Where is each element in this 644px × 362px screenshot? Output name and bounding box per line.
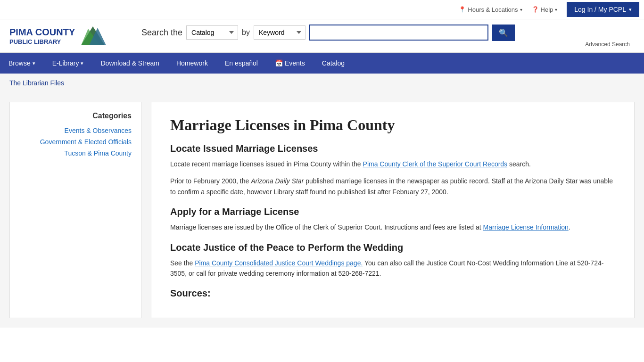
login-label: Log In / My PCPL bbox=[574, 6, 626, 13]
help-label: Help bbox=[541, 6, 553, 13]
superior-court-records-link[interactable]: Pima County Clerk of the Superior Court … bbox=[363, 160, 508, 168]
browse-chevron-icon: ▾ bbox=[33, 60, 35, 66]
section1-para2: Prior to February 2000, the Arizona Dail… bbox=[170, 176, 615, 197]
nav-download-stream[interactable]: Download & Stream bbox=[92, 53, 168, 74]
sidebar-item-events-observances[interactable]: Events & Observances bbox=[19, 127, 132, 134]
sidebar-item-tucson-label: Tucson & Pima County bbox=[64, 149, 132, 157]
hours-locations-link[interactable]: 📍 Hours & Locations ▾ bbox=[459, 6, 522, 13]
header: PIMA COUNTY PUBLIC LIBRARY Search the Ca… bbox=[0, 19, 644, 53]
section3-heading: Locate Justice of the Peace to Perform t… bbox=[170, 242, 615, 253]
article: Marriage Licenses in Pima County Locate … bbox=[151, 102, 635, 318]
hours-locations-label: Hours & Locations bbox=[468, 6, 518, 13]
nav-homework-label: Homework bbox=[176, 59, 208, 67]
section4-heading: Sources: bbox=[170, 288, 615, 299]
nav-elibrary[interactable]: E-Library ▾ bbox=[44, 53, 92, 74]
help-chevron-icon: ▾ bbox=[555, 7, 557, 12]
nav-download-stream-label: Download & Stream bbox=[100, 59, 159, 67]
section3-para1: See the Pima County Consolidated Justice… bbox=[170, 258, 615, 279]
search-input[interactable] bbox=[309, 25, 488, 41]
by-label: by bbox=[242, 28, 250, 37]
nav-espanol-label: En español bbox=[225, 59, 258, 67]
section1-para1-after: search. bbox=[507, 160, 531, 168]
breadcrumb-link[interactable]: The Librarian Files bbox=[9, 79, 64, 87]
article-title: Marriage Licenses in Pima County bbox=[170, 116, 615, 134]
section2-para1-after: . bbox=[569, 223, 570, 231]
login-button[interactable]: Log In / My PCPL ▾ bbox=[567, 2, 639, 17]
calendar-icon: 📅 bbox=[275, 59, 283, 67]
nav-elibrary-label: E-Library bbox=[52, 59, 79, 67]
advanced-search-area: Advanced Search bbox=[141, 41, 635, 48]
sidebar-item-government[interactable]: Government & Elected Officials bbox=[19, 138, 132, 146]
section2-heading: Apply for a Marriage License bbox=[170, 206, 615, 217]
nav-catalog[interactable]: Catalog bbox=[314, 53, 353, 74]
section3-para1-before: See the bbox=[170, 259, 195, 267]
search-the-label: Search the bbox=[141, 28, 182, 38]
nav-events[interactable]: 📅 Events bbox=[266, 53, 314, 74]
advanced-search-link[interactable]: Advanced Search bbox=[585, 41, 630, 48]
login-chevron-icon: ▾ bbox=[629, 7, 632, 13]
arizona-daily-star-italic: Arizona Daily Star bbox=[251, 177, 304, 185]
nav-catalog-label: Catalog bbox=[322, 59, 345, 67]
logo-text-area: PIMA COUNTY PUBLIC LIBRARY bbox=[9, 26, 75, 46]
sidebar-item-government-label: Government & Elected Officials bbox=[40, 138, 132, 146]
catalog-select[interactable]: Catalog E-Library Website bbox=[186, 25, 238, 40]
search-button[interactable]: 🔍 bbox=[492, 25, 515, 41]
section1-para2-before: Prior to February 2000, the bbox=[170, 177, 251, 185]
logo-line1: PIMA COUNTY bbox=[9, 26, 75, 38]
sidebar: Categories Events & Observances Governme… bbox=[9, 102, 141, 318]
search-row: Search the Catalog E-Library Website by … bbox=[141, 25, 635, 41]
nav-events-label: Events bbox=[285, 59, 305, 67]
top-bar: 📍 Hours & Locations ▾ ❓ Help ▾ Log In / … bbox=[0, 0, 644, 19]
library-logo-icon bbox=[79, 24, 107, 48]
elibrary-chevron-icon: ▾ bbox=[81, 60, 83, 66]
sidebar-item-events-label: Events & Observances bbox=[65, 127, 132, 134]
main-content: Categories Events & Observances Governme… bbox=[0, 92, 644, 328]
keyword-select[interactable]: Keyword Title Author Subject bbox=[254, 25, 305, 40]
hours-chevron-icon: ▾ bbox=[520, 7, 522, 12]
help-icon: ❓ bbox=[532, 6, 539, 13]
section2-para1: Marriage licenses are issued by the Offi… bbox=[170, 222, 615, 232]
nav-bar: Browse ▾ E-Library ▾ Download & Stream H… bbox=[0, 53, 644, 74]
justice-court-weddings-link[interactable]: Pima County Consolidated Justice Court W… bbox=[195, 259, 363, 267]
search-wrapper: Search the Catalog E-Library Website by … bbox=[141, 25, 635, 48]
marriage-license-info-link[interactable]: Marriage License Information bbox=[483, 223, 569, 231]
logo-area: PIMA COUNTY PUBLIC LIBRARY bbox=[9, 24, 141, 48]
sidebar-item-tucson-pima[interactable]: Tucson & Pima County bbox=[19, 149, 132, 157]
breadcrumb: The Librarian Files bbox=[0, 74, 644, 92]
help-link[interactable]: ❓ Help ▾ bbox=[532, 6, 558, 13]
logo-line2: PUBLIC LIBRARY bbox=[9, 38, 75, 46]
pin-icon: 📍 bbox=[459, 6, 466, 13]
nav-browse[interactable]: Browse ▾ bbox=[0, 53, 44, 74]
section1-para1: Locate recent marriage licenses issued i… bbox=[170, 159, 615, 169]
nav-homework[interactable]: Homework bbox=[168, 53, 216, 74]
section1-para1-before: Locate recent marriage licenses issued i… bbox=[170, 160, 363, 168]
section2-para1-before: Marriage licenses are issued by the Offi… bbox=[170, 223, 483, 231]
section1-heading: Locate Issued Marriage Licenses bbox=[170, 143, 615, 154]
search-icon: 🔍 bbox=[499, 29, 508, 37]
nav-espanol[interactable]: En español bbox=[216, 53, 266, 74]
sidebar-title: Categories bbox=[19, 112, 132, 120]
nav-browse-label: Browse bbox=[8, 59, 31, 67]
